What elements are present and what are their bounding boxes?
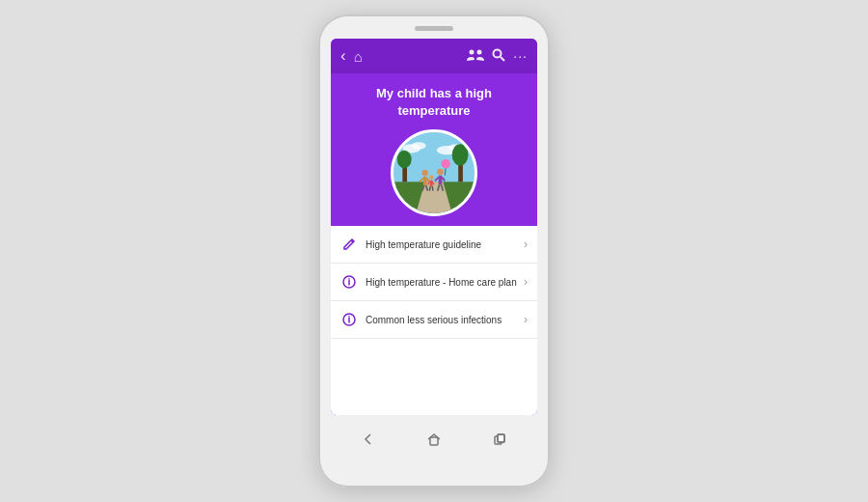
more-icon[interactable]: ··· [513,48,528,64]
svg-point-15 [421,170,428,177]
menu-item-homecare-label: High temperature - Home care plan [366,276,520,289]
search-icon[interactable] [492,48,505,65]
phone-screen: ‹ ⌂ ··· My child has a [331,39,537,415]
svg-rect-42 [430,437,438,445]
svg-point-2 [494,49,502,57]
pencil-icon [340,236,358,253]
info-icon-1 [340,273,358,291]
svg-line-26 [432,186,433,191]
menu-item-guideline[interactable]: High temperature guideline › [331,226,537,264]
svg-rect-22 [430,181,433,187]
hero-title: My child has a high temperature [340,85,528,120]
android-home-button[interactable] [423,431,445,448]
svg-line-3 [501,57,504,61]
phone-bottom-nav [326,421,542,452]
menu-item-infections-label: Common less serious infections [366,314,520,326]
nav-bar: ‹ ⌂ ··· [331,39,537,73]
menu-item-infections[interactable]: Common less serious infections › [331,301,537,339]
menu-item-guideline-chevron: › [524,237,528,251]
svg-point-27 [437,169,444,176]
menu-item-homecare-chevron: › [524,275,528,289]
info-icon-2 [340,311,358,328]
svg-rect-16 [423,177,427,185]
svg-point-21 [429,176,434,181]
android-recent-button[interactable] [489,431,510,448]
svg-line-25 [429,186,430,191]
svg-rect-28 [439,176,443,184]
menu-item-homecare[interactable]: High temperature - Home care plan › [331,264,537,301]
phone-speaker [415,26,453,31]
hero-section: My child has a high temperature [331,73,537,226]
svg-point-1 [477,49,482,54]
home-button[interactable]: ⌂ [354,48,363,65]
svg-point-33 [441,159,449,168]
svg-point-12 [397,151,412,169]
svg-point-41 [348,316,349,317]
svg-point-6 [412,143,426,150]
svg-point-14 [452,145,469,166]
menu-item-infections-chevron: › [524,313,528,326]
back-button[interactable]: ‹ [340,46,346,66]
android-back-button[interactable] [358,431,379,448]
hero-image [391,129,477,216]
people-icon[interactable] [467,48,484,65]
phone-device: ‹ ⌂ ··· My child has a [318,14,550,488]
svg-rect-44 [498,434,504,442]
svg-point-38 [348,278,349,279]
menu-item-guideline-label: High temperature guideline [366,238,520,251]
menu-section: High temperature guideline › High temper… [331,226,537,415]
svg-point-0 [470,49,475,54]
